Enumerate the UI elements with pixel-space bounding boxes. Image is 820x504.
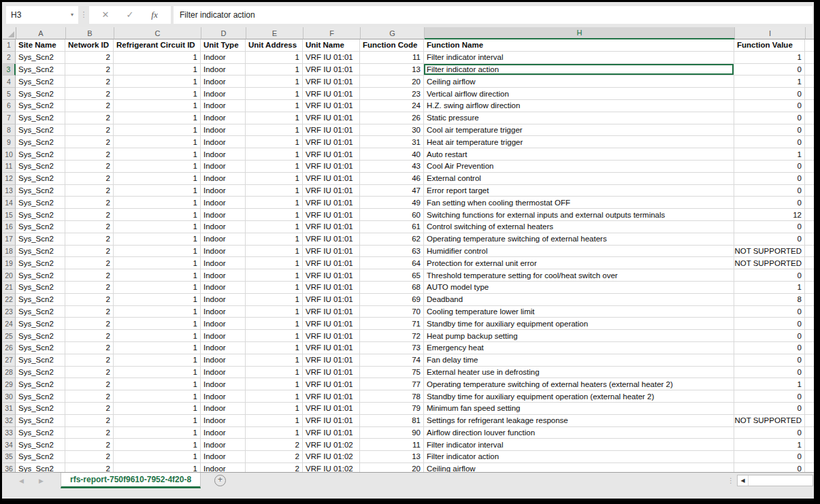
row-header-14[interactable]: 14 (3, 197, 16, 209)
cell-F24[interactable]: VRF IU 01:01 (303, 318, 360, 330)
next-sheet-icon[interactable]: ▶ (39, 477, 44, 484)
cell-G11[interactable]: 43 (360, 161, 424, 173)
cell-E8[interactable]: 1 (246, 124, 303, 137)
cell-C10[interactable]: 1 (114, 148, 201, 161)
sheet-tab-active[interactable]: rfs-report-750f9610-7952-4f20-8 (61, 473, 201, 488)
cell-G33[interactable]: 90 (360, 427, 424, 439)
cell-F6[interactable]: VRF IU 01:01 (303, 100, 360, 112)
row-header-6[interactable]: 6 (3, 100, 16, 112)
cell-C3[interactable]: 1 (114, 64, 201, 76)
cell-A20[interactable]: Sys_Scn2 (16, 269, 65, 282)
cell-C19[interactable]: 1 (114, 257, 201, 269)
cell-E21[interactable]: 1 (246, 282, 303, 294)
cell-F16[interactable]: VRF IU 01:01 (303, 221, 360, 233)
cell-D13[interactable]: Indoor (201, 185, 246, 197)
cell-D31[interactable]: Indoor (201, 403, 246, 415)
row-header-11[interactable]: 11 (3, 161, 16, 173)
row-header-4[interactable]: 4 (3, 75, 16, 88)
row-header-24[interactable]: 24 (3, 318, 16, 330)
cell-F3[interactable]: VRF IU 01:01 (303, 64, 360, 76)
cell-I24[interactable]: 0 (734, 318, 805, 330)
cell-H3[interactable]: Filter indicator action (424, 64, 734, 76)
cell-E4[interactable]: 1 (246, 75, 303, 88)
cell-D33[interactable]: Indoor (201, 427, 246, 439)
row-header-10[interactable]: 10 (3, 148, 16, 161)
cell-G20[interactable]: 65 (360, 269, 424, 282)
cell-G8[interactable]: 30 (360, 124, 424, 137)
cell-D35[interactable]: Indoor (201, 451, 246, 463)
cell-F5[interactable]: VRF IU 01:01 (303, 88, 360, 100)
cell-A32[interactable]: Sys_Scn2 (16, 415, 65, 427)
cell-B4[interactable]: 2 (65, 75, 114, 88)
cell-A29[interactable]: Sys_Scn2 (16, 378, 65, 390)
cell-B14[interactable]: 2 (65, 197, 114, 209)
cell-I16[interactable]: 0 (734, 221, 805, 233)
cell-H18[interactable]: Humidifier control (424, 246, 734, 258)
cell-G14[interactable]: 49 (360, 197, 424, 209)
row-header-12[interactable]: 12 (3, 173, 16, 185)
cell-I23[interactable]: 0 (734, 306, 805, 318)
cell-F25[interactable]: VRF IU 01:01 (303, 330, 360, 342)
cell-B9[interactable]: 2 (65, 136, 114, 148)
cell-B11[interactable]: 2 (65, 161, 114, 173)
cell-G5[interactable]: 23 (360, 88, 424, 100)
cell-D15[interactable]: Indoor (201, 209, 246, 221)
cell-F32[interactable]: VRF IU 01:01 (303, 415, 360, 427)
cell-I32[interactable]: NOT SUPPORTED (734, 415, 805, 427)
column-header-F[interactable]: F (304, 27, 361, 39)
cell-G3[interactable]: 13 (360, 64, 424, 76)
cell-B33[interactable]: 2 (65, 427, 114, 439)
cell-I20[interactable]: 0 (734, 269, 805, 282)
cell-F28[interactable]: VRF IU 01:01 (303, 367, 360, 379)
cell-B10[interactable]: 2 (65, 148, 114, 161)
cell-A14[interactable]: Sys_Scn2 (16, 197, 65, 209)
cell-C31[interactable]: 1 (114, 403, 201, 415)
cell-H1[interactable]: Function Name (424, 39, 734, 52)
cell-D23[interactable]: Indoor (201, 306, 246, 318)
cell-C17[interactable]: 1 (114, 233, 201, 246)
cell-I9[interactable]: 0 (734, 136, 805, 148)
cell-H13[interactable]: Error report target (424, 185, 734, 197)
cell-H34[interactable]: Filter indicator interval (424, 439, 734, 451)
cell-F22[interactable]: VRF IU 01:01 (303, 294, 360, 306)
cell-B6[interactable]: 2 (65, 100, 114, 112)
cell-B35[interactable]: 2 (65, 451, 114, 463)
cell-F7[interactable]: VRF IU 01:01 (303, 112, 360, 124)
cell-E36[interactable]: 2 (246, 463, 303, 472)
row-header-2[interactable]: 2 (3, 52, 16, 64)
cell-C23[interactable]: 1 (114, 306, 201, 318)
cell-I34[interactable]: 1 (734, 439, 805, 451)
cell-I1[interactable]: Function Value (734, 39, 805, 52)
cell-E31[interactable]: 1 (246, 403, 303, 415)
cell-A36[interactable]: Sys_Scn2 (16, 463, 65, 472)
cell-A22[interactable]: Sys_Scn2 (16, 294, 65, 306)
cell-I4[interactable]: 1 (734, 75, 805, 88)
cell-C25[interactable]: 1 (114, 330, 201, 342)
cell-H8[interactable]: Cool air temperature trigger (424, 124, 734, 137)
cell-D29[interactable]: Indoor (201, 378, 246, 390)
cell-I19[interactable]: NOT SUPPORTED (734, 257, 805, 269)
cell-I8[interactable]: 0 (734, 124, 805, 137)
cell-G7[interactable]: 26 (360, 112, 424, 124)
cell-B17[interactable]: 2 (65, 233, 114, 246)
cell-C12[interactable]: 1 (114, 173, 201, 185)
cell-H29[interactable]: Operating temperature switching of exter… (424, 378, 734, 390)
cell-A34[interactable]: Sys_Scn2 (16, 439, 65, 451)
cell-B20[interactable]: 2 (65, 269, 114, 282)
cell-B36[interactable]: 2 (65, 463, 114, 472)
column-header-I[interactable]: I (735, 27, 806, 39)
column-header-B[interactable]: B (66, 27, 114, 39)
row-header-17[interactable]: 17 (3, 233, 16, 246)
cell-C5[interactable]: 1 (114, 88, 201, 100)
row-header-8[interactable]: 8 (3, 124, 16, 137)
cancel-icon[interactable]: ✕ (93, 10, 118, 20)
cell-I36[interactable]: 0 (734, 463, 805, 472)
cell-I14[interactable]: 0 (734, 197, 805, 209)
cell-G17[interactable]: 62 (360, 233, 424, 246)
cell-F21[interactable]: VRF IU 01:01 (303, 282, 360, 294)
cell-C30[interactable]: 1 (114, 390, 201, 403)
cell-A6[interactable]: Sys_Scn2 (16, 100, 65, 112)
cell-A7[interactable]: Sys_Scn2 (16, 112, 65, 124)
cell-I22[interactable]: 8 (734, 294, 805, 306)
cell-B2[interactable]: 2 (65, 52, 114, 64)
